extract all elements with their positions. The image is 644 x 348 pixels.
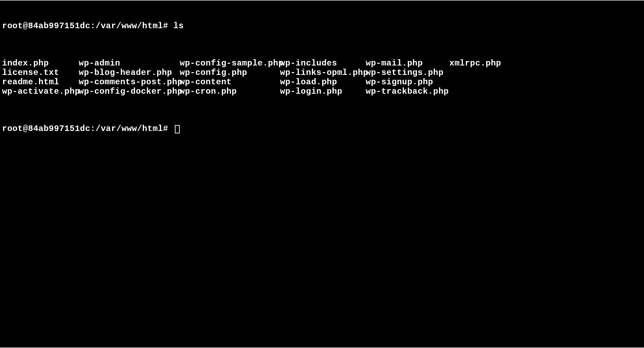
shell-prompt: root@84ab997151dc:/var/www/html# xyxy=(2,22,173,31)
ls-file: wp-trackback.php xyxy=(366,87,449,96)
ls-file: wp-config-sample.php xyxy=(180,59,280,68)
ls-file: wp-config-docker.php xyxy=(79,87,180,96)
ls-output: index.php wp-admin wp-config-sample.php … xyxy=(2,59,642,96)
ls-file: wp-signup.php xyxy=(366,78,449,87)
shell-prompt: root@84ab997151dc:/var/www/html# xyxy=(2,124,173,134)
ls-file: xmlrpc.php xyxy=(449,59,642,68)
ls-file: wp-mail.php xyxy=(366,59,449,68)
ls-file: readme.html xyxy=(2,78,79,87)
ls-file: index.php xyxy=(2,59,79,68)
shell-command: ls xyxy=(173,22,184,31)
ls-file xyxy=(449,68,642,78)
ls-file: wp-login.php xyxy=(280,87,366,96)
ls-file xyxy=(449,78,642,87)
ls-file: wp-load.php xyxy=(280,78,366,87)
ls-file: wp-content xyxy=(180,78,280,87)
ls-file: wp-activate.php xyxy=(2,87,79,96)
ls-file: wp-config.php xyxy=(180,68,280,78)
cursor-icon xyxy=(175,125,180,133)
terminal-output[interactable]: root@84ab997151dc:/var/www/html# ls inde… xyxy=(2,3,642,143)
ls-file: wp-links-opml.php xyxy=(280,68,366,78)
command-line-1: root@84ab997151dc:/var/www/html# ls xyxy=(2,22,642,31)
ls-file: license.txt xyxy=(2,68,79,78)
ls-file: wp-includes xyxy=(280,59,366,68)
ls-file xyxy=(449,87,642,96)
ls-file: wp-comments-post.php xyxy=(79,78,180,87)
ls-file: wp-cron.php xyxy=(180,87,280,96)
ls-file: wp-settings.php xyxy=(366,68,449,78)
ls-file: wp-admin xyxy=(79,59,180,68)
ls-file: wp-blog-header.php xyxy=(79,68,180,78)
command-line-2[interactable]: root@84ab997151dc:/var/www/html# xyxy=(2,124,642,134)
